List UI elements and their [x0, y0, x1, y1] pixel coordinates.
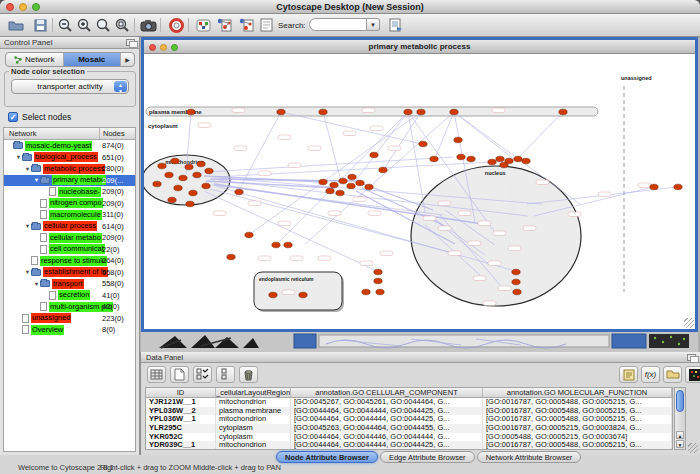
network-node[interactable] [457, 154, 465, 160]
table-row[interactable]: YPL036W__2plasma membrane[GO:0044464, GO… [146, 407, 672, 416]
network-node[interactable] [336, 190, 344, 196]
network-node[interactable] [500, 162, 508, 168]
network-node[interactable] [559, 109, 567, 115]
network-node[interactable] [185, 164, 193, 170]
tree-row[interactable]: mosaic-demo-yeast874(0) [4, 140, 135, 152]
network-node[interactable] [168, 197, 176, 203]
tree-row[interactable]: multi-organism pro42(0) [4, 301, 135, 313]
save-icon[interactable] [30, 16, 50, 34]
matrix-icon[interactable] [685, 366, 700, 383]
network-node[interactable] [319, 179, 327, 185]
network-node[interactable] [404, 109, 412, 115]
network-node[interactable] [674, 184, 682, 190]
table-scrollbar-thumb[interactable] [676, 390, 684, 412]
network-node[interactable] [417, 109, 425, 115]
zoom-fit-icon[interactable] [93, 16, 113, 34]
network-node[interactable] [467, 156, 475, 162]
network-node[interactable] [284, 242, 292, 248]
network-node[interactable] [376, 289, 384, 295]
network-node[interactable] [197, 161, 205, 167]
expand-arrow-icon[interactable]: ▼ [24, 269, 31, 275]
network-node[interactable] [365, 184, 373, 190]
network-node[interactable] [202, 183, 210, 189]
network-node[interactable] [374, 278, 382, 284]
network-node[interactable] [277, 109, 285, 115]
network-node[interactable] [235, 189, 243, 195]
tree-row[interactable]: ▼establishment of lo558(0) [4, 267, 135, 279]
tab-overflow-arrow-icon[interactable]: ▶ [121, 53, 134, 66]
network-node[interactable] [330, 182, 338, 188]
select-nodes-option[interactable]: ✓ Select nodes [8, 112, 71, 122]
tree-row[interactable]: unassigned223(0) [4, 313, 135, 325]
network-node[interactable] [245, 232, 253, 238]
tree-row[interactable]: Overview8(0) [4, 324, 135, 336]
network-node[interactable] [419, 141, 427, 147]
network-node[interactable] [339, 178, 347, 184]
network-node[interactable] [650, 184, 658, 190]
tree-row[interactable]: ▼primary metabo209(... [4, 175, 135, 187]
search-dropdown-icon[interactable]: ▼ [367, 18, 380, 31]
network-node[interactable] [347, 183, 355, 189]
tree-row[interactable]: cellular metabo209(0) [4, 232, 135, 244]
network-node[interactable] [189, 190, 197, 196]
expand-arrow-icon[interactable]: ▼ [24, 166, 31, 172]
network-node[interactable] [171, 158, 179, 164]
network-node[interactable] [348, 174, 356, 180]
attribute-table[interactable]: ID_cellularLayoutRegionannotation.GO CEL… [145, 387, 673, 450]
network-node[interactable] [512, 279, 520, 285]
manage-networks-icon[interactable] [193, 16, 213, 34]
network-node[interactable] [513, 289, 521, 295]
network-node[interactable] [430, 156, 438, 162]
tab-mosaic[interactable]: Mosaic [64, 53, 122, 66]
network-node[interactable] [496, 156, 504, 162]
open-folder-icon[interactable] [663, 366, 682, 383]
tree-row[interactable]: ▼biological_process651(0) [4, 152, 135, 164]
network-node[interactable] [326, 188, 334, 194]
zoom-out-icon[interactable] [55, 16, 75, 34]
show-graphics-details-icon[interactable] [214, 16, 234, 34]
table-mode-icon[interactable] [147, 366, 166, 383]
network-node[interactable] [488, 159, 496, 165]
network-node[interactable] [187, 109, 195, 115]
table-row[interactable]: YPL036W__1mitochondrion[GO:0044464, GO:0… [146, 415, 672, 424]
snapshot-icon[interactable] [138, 16, 158, 34]
help-icon[interactable] [166, 16, 186, 34]
table-row[interactable]: YDR039C__1mitochondrion[GO:0044464, GO:0… [146, 441, 672, 450]
column-header[interactable]: annotation.GO MOLECULAR_FUNCTION [483, 388, 672, 397]
select-attributes-icon[interactable] [193, 366, 212, 383]
network-node[interactable] [272, 242, 280, 248]
network-node[interactable] [374, 269, 382, 275]
tree-row[interactable]: cell communicat22(0) [4, 244, 135, 256]
network-node[interactable] [362, 289, 370, 295]
float-panel-icon[interactable] [126, 39, 135, 46]
tree-column-nodes[interactable]: Nodes [103, 129, 125, 138]
hide-graphics-details-icon[interactable] [236, 16, 256, 34]
select-nodes-checkbox[interactable]: ✓ [8, 112, 18, 122]
notes-icon[interactable] [619, 366, 638, 383]
table-row[interactable]: YJR121W__1mitochondrion[GO:0045267, GO:0… [146, 398, 672, 407]
zoom-selected-icon[interactable] [112, 16, 132, 34]
open-icon[interactable] [6, 16, 26, 34]
new-attribute-icon[interactable] [170, 366, 189, 383]
network-window-titlebar[interactable]: primary metabolic process [144, 40, 695, 54]
network-node[interactable] [514, 156, 522, 162]
tab-node-attribute-browser[interactable]: Node Attribute Browser [276, 451, 378, 463]
expand-arrow-icon[interactable]: ▼ [33, 177, 40, 183]
expand-arrow-icon[interactable]: ▼ [33, 281, 40, 287]
column-header[interactable]: annotation.GO CELLULAR_COMPONENT [291, 388, 483, 397]
network-node[interactable] [299, 292, 307, 298]
tree-row[interactable]: response to stimulu264(0) [4, 255, 135, 267]
data-panel-resize-grip-icon[interactable] [688, 443, 698, 453]
network-node[interactable] [153, 181, 161, 187]
node-color-select[interactable]: transporter activity ▲▼ [11, 79, 129, 94]
fx-formula-icon[interactable]: f(x) [641, 366, 660, 383]
search-input[interactable] [309, 18, 367, 31]
network-node[interactable] [450, 109, 458, 115]
network-node[interactable] [193, 172, 201, 178]
tab-network-attribute-browser[interactable]: Network Attribute Browser [477, 451, 582, 463]
network-node[interactable] [269, 292, 277, 298]
network-node[interactable] [205, 168, 213, 174]
tree-column-network[interactable]: Network [9, 129, 37, 138]
network-node[interactable] [379, 167, 387, 173]
column-header[interactable]: ID [146, 388, 216, 397]
